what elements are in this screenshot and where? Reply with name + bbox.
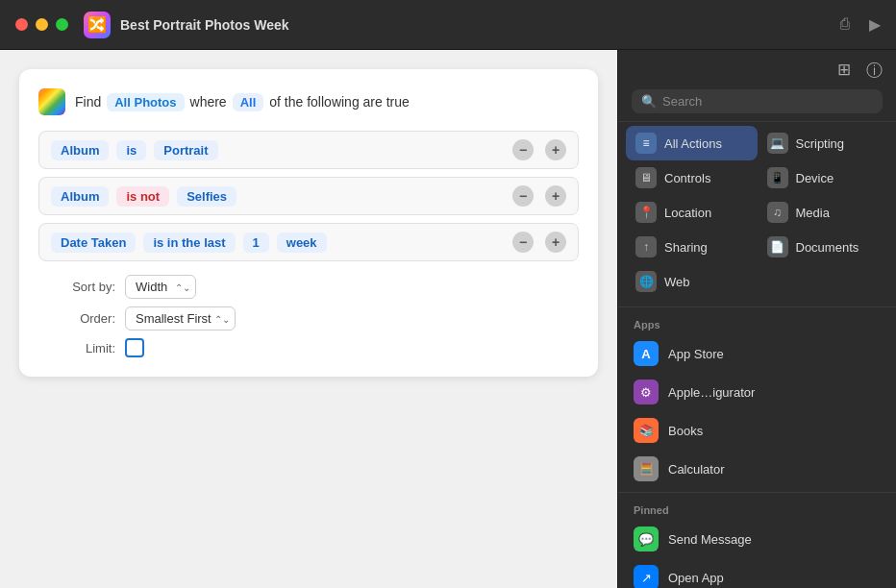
filter-1-operator[interactable]: is [116,140,146,160]
order-select-wrapper: Smallest First Largest First ⌃⌄ [125,306,236,331]
filter-3-add[interactable]: + [545,232,566,253]
calculator-icon: 🧮 [634,456,659,481]
action-books[interactable]: 📚 Books [618,411,896,450]
sort-select-wrapper: Width Height Date Name ⌃⌄ [125,275,196,299]
apps-section-label: Apps [618,311,896,334]
cat-sharing-label: Sharing [664,240,708,255]
media-icon: ♫ [767,202,788,223]
filter-1-add[interactable]: + [545,139,566,160]
all-photos-pill[interactable]: All Photos [107,93,184,111]
filter-1-remove[interactable]: − [512,139,534,160]
cat-device[interactable]: 📱 Device [758,160,889,195]
pinned-section-label: Pinned [618,497,896,520]
main-layout: Find All Photos where All of the followi… [0,50,896,588]
cat-controls[interactable]: 🖥 Controls [626,160,758,195]
web-icon: 🌐 [635,271,657,292]
cat-documents[interactable]: 📄 Documents [758,230,889,264]
filter-1-value[interactable]: Portrait [154,140,217,160]
cat-media[interactable]: ♫ Media [758,195,889,230]
filter-3-unit[interactable]: week [277,233,327,253]
filter-3-number[interactable]: 1 [243,233,269,253]
sort-options: Sort by: Width Height Date Name ⌃⌄ Order… [38,275,579,357]
info-button[interactable]: ⓘ [866,60,883,82]
app-store-icon: A [634,341,659,366]
cat-documents-label: Documents [796,240,859,255]
traffic-lights [15,18,68,31]
filter-2-remove[interactable]: − [512,185,534,207]
library-button[interactable]: ⊞ [837,60,851,82]
filter-1-field[interactable]: Album [51,140,109,160]
cat-all-actions-label: All Actions [664,136,722,151]
filter-2-add[interactable]: + [545,185,566,207]
all-actions-icon: ≡ [635,133,657,154]
app-store-label: App Store [668,347,724,361]
close-button[interactable] [15,18,28,31]
limit-row: Limit: [38,338,579,357]
titlebar-actions: ⎙ ▶ [840,15,881,34]
limit-checkbox[interactable] [125,338,144,357]
filter-row-1: Album is Portrait − + [38,131,579,169]
filter-3-operator[interactable]: is in the last [143,233,235,253]
filter-row-3: Date Taken is in the last 1 week − + [38,223,579,261]
cat-all-actions[interactable]: ≡ All Actions [626,126,758,160]
order-select[interactable]: Smallest First Largest First [125,306,236,331]
action-app-store[interactable]: A App Store [618,334,896,373]
action-apple-configurator[interactable]: ⚙ Apple…igurator [618,373,896,411]
run-button[interactable]: ▶ [869,15,881,34]
cat-sharing[interactable]: ↑ Sharing [626,230,758,264]
actions-sidebar: ⊞ ⓘ 🔍 ≡ All Actions 💻 Scripting 🖥 Contro… [617,50,896,588]
apple-configurator-icon: ⚙ [634,380,659,404]
filter-2-value[interactable]: Selfies [177,186,236,207]
limit-label: Limit: [58,341,115,355]
calculator-label: Calculator [668,462,725,477]
maximize-button[interactable] [56,18,68,31]
filter-2-operator[interactable]: is not [116,186,169,207]
all-pill[interactable]: All [233,93,264,111]
cat-web-label: Web [664,275,690,289]
cat-scripting[interactable]: 💻 Scripting [758,126,889,160]
minimize-button[interactable] [36,18,48,31]
sort-row: Sort by: Width Height Date Name ⌃⌄ [38,275,579,299]
location-icon: 📍 [635,202,657,223]
action-calculator[interactable]: 🧮 Calculator [618,450,896,488]
category-grid: ≡ All Actions 💻 Scripting 🖥 Controls 📱 D… [618,122,896,303]
cat-controls-label: Controls [664,171,710,185]
cat-scripting-label: Scripting [796,136,845,151]
filter-3-field[interactable]: Date Taken [51,233,136,253]
action-send-message[interactable]: 💬 Send Message [618,520,896,558]
action-header: Find All Photos where All of the followi… [38,88,579,115]
sort-label: Sort by: [58,280,115,294]
filter-row-2: Album is not Selfies − + [38,177,579,215]
device-icon: 📱 [767,167,788,188]
share-button[interactable]: ⎙ [840,15,850,34]
find-label: Find [75,94,101,110]
window-title: Best Portrait Photos Week [120,17,840,33]
apple-configurator-label: Apple…igurator [668,385,755,400]
cat-location-label: Location [664,206,711,220]
sort-select[interactable]: Width Height Date Name [125,275,196,299]
sidebar-scroll: Apps A App Store ⚙ Apple…igurator 📚 Book… [618,311,896,588]
search-input[interactable] [662,94,873,109]
where-label: where [190,94,227,110]
open-app-icon: ↗ [634,565,659,588]
workflow-canvas: Find All Photos where All of the followi… [0,50,617,588]
cat-media-label: Media [796,206,830,220]
sidebar-toolbar: ⊞ ⓘ [632,60,883,82]
cat-web[interactable]: 🌐 Web [626,264,758,299]
filter-2-field[interactable]: Album [51,186,109,207]
cat-location[interactable]: 📍 Location [626,195,758,230]
open-app-label: Open App [668,571,724,585]
cat-device-label: Device [796,171,834,185]
divider-1 [618,306,896,307]
action-open-app[interactable]: ↗ Open App [618,558,896,588]
sharing-icon: ↑ [635,236,657,257]
documents-icon: 📄 [767,236,788,257]
order-row: Order: Smallest First Largest First ⌃⌄ [38,306,579,331]
controls-icon: 🖥 [635,167,657,188]
titlebar: 🔀 Best Portrait Photos Week ⎙ ▶ [0,0,896,50]
scripting-icon: 💻 [767,133,788,154]
of-following-label: of the following are true [269,94,410,110]
filter-3-remove[interactable]: − [512,232,534,253]
search-icon: 🔍 [641,94,657,109]
app-icon: 🔀 [84,12,111,38]
